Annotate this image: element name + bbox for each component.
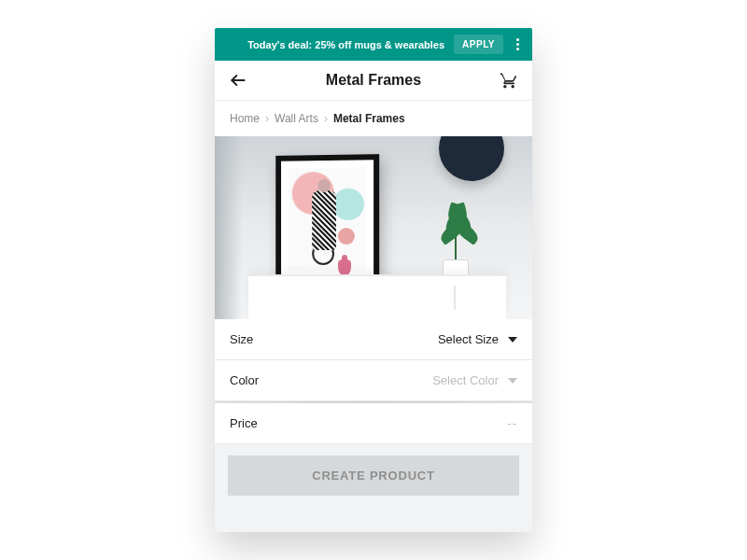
framed-art [275,154,379,285]
product-options: Size Select Size Color Select Color Pric… [215,319,532,444]
price-label: Price [230,416,258,430]
price-row: Price -- [215,403,532,444]
product-image [215,136,532,319]
page-title: Metal Frames [326,72,421,89]
promo-bar: Today's deal: 25% off mugs & wearables A… [215,28,532,61]
breadcrumb: Home › Wall Arts › Metal Frames [215,100,532,136]
arrow-back-icon [229,71,247,90]
chevron-right-icon: › [324,112,328,125]
shelf [248,274,506,319]
breadcrumb-item-current: Metal Frames [333,112,405,125]
chevron-down-icon [508,337,517,343]
color-row: Color Select Color [215,360,532,401]
breadcrumb-item[interactable]: Home [230,112,260,125]
app-bar: Metal Frames [215,61,532,100]
color-value: Select Color [432,373,499,387]
size-label: Size [230,332,253,346]
create-product-button: CREATE PRODUCT [228,455,519,496]
plant [422,192,487,282]
size-row: Size Select Size [215,319,532,360]
kebab-icon[interactable] [513,35,523,54]
chevron-right-icon: › [265,112,269,125]
price-value: -- [507,416,517,430]
shopping-cart-icon [500,71,518,90]
color-label: Color [230,373,259,387]
size-value: Select Size [438,332,499,346]
cart-button[interactable] [499,70,519,91]
promo-text: Today's deal: 25% off mugs & wearables [247,39,444,50]
size-select[interactable]: Select Size [438,332,517,346]
chevron-down-icon [508,378,517,384]
apply-button[interactable]: APPLY [454,35,503,54]
color-select: Select Color [432,373,517,387]
product-screen: Today's deal: 25% off mugs & wearables A… [215,28,532,532]
wall-disc [439,136,504,181]
cta-area: CREATE PRODUCT [215,444,532,507]
back-button[interactable] [228,70,248,91]
breadcrumb-item[interactable]: Wall Arts [275,112,318,125]
